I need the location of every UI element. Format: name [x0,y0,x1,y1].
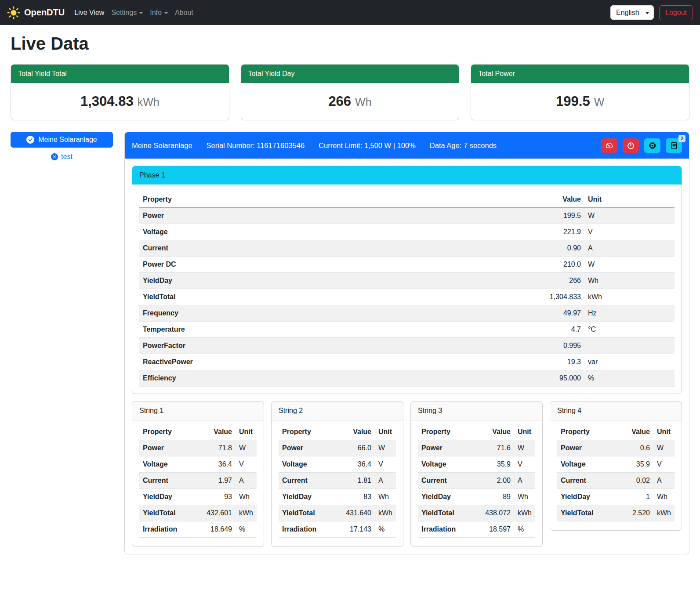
nav-live-view[interactable]: Live View [71,5,108,20]
property-cell: PowerFactor [143,342,515,350]
value-number: 1,304.83 [80,94,134,109]
unit-cell: W [650,444,671,452]
limit-settings-button[interactable] [601,138,617,153]
value-cell: 95.000 [515,374,581,382]
table-row: Current 2.00 A [418,473,535,489]
card-title: Total Yield Total [11,65,229,83]
value-header: Value [203,428,232,436]
table-row: ReactivePower 19.3 var [139,354,675,370]
power-button[interactable] [623,138,639,153]
string-table-body: Power 66.0 W Voltage 36.4 V [279,440,396,538]
property-cell: Voltage [143,460,203,468]
table-row: YieldDay 89 Wh [418,489,535,505]
table-row: Efficiency 95.000 % [139,370,675,387]
power-icon [627,141,635,150]
chevron-down-icon [139,12,143,14]
nav-about[interactable]: About [171,5,197,20]
unit-cell: A [232,477,253,485]
property-cell: Irradiation [421,525,482,533]
value-cell: 1,304.833 [515,293,581,301]
unit-cell: Wh [511,493,532,501]
value-cell: 2.520 [621,509,650,517]
table-row: YieldTotal 2.520 kWh [557,505,675,521]
property-cell: Frequency [143,309,515,317]
table-row: YieldDay 1 Wh [557,489,675,505]
string-2-card: String 2 Property Value Unit [271,401,403,547]
table-row: Power 199.5 W [139,208,675,224]
unit-cell: A [581,244,671,252]
string-card-title: String 1 [132,402,264,420]
logout-button[interactable]: Logout [659,5,693,20]
property-cell: Power [421,444,482,452]
summary-cards-row: Total Yield Total 1,304.83kWh Total Yiel… [11,64,689,120]
value-cell: 2.00 [482,477,511,485]
table-row: Voltage 36.4 V [279,456,396,473]
language-select[interactable]: English [610,5,654,20]
unit-cell: V [650,460,671,468]
value-cell: 4.7 [515,326,581,333]
property-cell: YieldDay [561,493,621,501]
x-circle-icon [51,153,58,160]
unit-cell: % [581,374,671,382]
strings-row: String 1 Property Value Unit [132,401,682,547]
panel-buttons: 2 [601,138,682,153]
value-header: Value [621,428,650,436]
speedometer-icon [605,141,613,150]
brand[interactable]: OpenDTU [7,6,65,19]
card-value: 199.5W [471,83,689,120]
table-row: YieldDay 93 Wh [139,489,257,505]
inverter-panel: Meine Solaranlage Serial Number: 1161716… [124,132,689,554]
property-cell: Power [282,444,342,452]
sidebar-item-label: Meine Solaranlage [38,136,97,144]
unit-cell: Wh [581,277,671,285]
value-cell: 0.02 [621,477,650,485]
string-table-body: Power 0.6 W Voltage 35.9 V [557,440,675,521]
property-cell: Voltage [143,228,515,236]
table-row: Power DC 210.0 W [139,257,675,273]
value-cell: 210.0 [515,261,581,268]
property-header: Property [143,428,203,436]
property-cell: YieldTotal [143,293,515,301]
nav-info[interactable]: Info [146,5,171,20]
device-settings-button[interactable] [644,138,660,153]
string-table: Property Value Unit Power 66.0 [272,420,403,546]
string-4-card: String 4 Property Value Unit [550,401,682,531]
sidebar-item-test[interactable]: test [11,153,113,161]
value-cell: 35.9 [482,460,511,468]
value-cell: 18.649 [203,525,232,533]
events-button[interactable]: 2 [666,138,682,153]
table-header-row: Property Value Unit [557,424,675,440]
table-header-row: Property Value Unit [279,424,396,440]
value-header: Value [342,428,371,436]
sidebar-item-meine-solaranlage[interactable]: Meine Solaranlage [11,132,113,148]
inverter-panel-body: Phase 1 Property Value Unit Power [125,159,689,554]
table-row: Voltage 35.9 V [418,456,535,473]
property-header: Property [421,428,482,436]
value-unit: W [594,96,605,108]
table-row: Voltage 36.4 V [139,456,257,473]
value-cell: 36.4 [203,460,232,468]
string-table-body: Power 71.6 W Voltage 35.9 V [418,440,535,538]
inverter-name: Meine Solaranlage [132,141,192,150]
nav-settings[interactable]: Settings [108,5,146,20]
table-row: Temperature 4.7 °C [139,322,675,338]
table-header-row: Property Value Unit [418,424,535,440]
table-row: Irradiation 18.649 % [139,521,257,538]
value-cell: 35.9 [621,460,650,468]
table-row: YieldTotal 432.601 kWh [139,505,257,521]
unit-cell: kWh [650,509,671,517]
sidebar-item-label: test [61,153,73,161]
card-title: Total Yield Day [241,65,459,83]
page-title: Live Data [11,34,689,54]
value-cell: 19.3 [515,358,581,366]
value-cell: 49.97 [515,309,581,317]
string-table: Property Value Unit Power 0.6 [550,420,682,530]
table-row: Current 1.97 A [139,473,257,489]
table-row: YieldDay 83 Wh [279,489,396,505]
property-cell: YieldDay [282,493,342,501]
unit-cell: kWh [511,509,532,517]
total-yield-day-card: Total Yield Day 266Wh [241,64,460,120]
journal-text-icon [670,141,678,150]
sun-logo-icon [7,6,20,19]
unit-cell: kWh [581,293,671,301]
